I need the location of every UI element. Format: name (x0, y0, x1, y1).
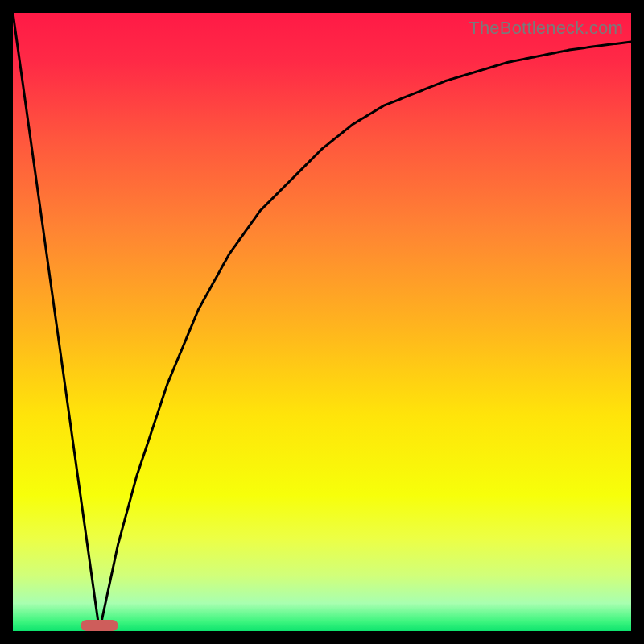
curves-layer (13, 13, 631, 631)
curve-left-segment (13, 13, 100, 631)
chart-frame: TheBottleneck.com (13, 13, 631, 631)
curve-right (100, 42, 631, 631)
watermark-text: TheBottleneck.com (469, 18, 623, 39)
plot-area (13, 13, 631, 631)
selected-range-marker (80, 620, 118, 631)
